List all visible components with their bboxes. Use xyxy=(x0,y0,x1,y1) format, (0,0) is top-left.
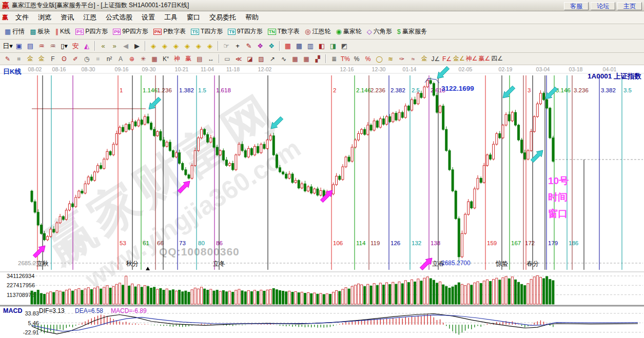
winner-wheel-button[interactable]: ◉赢家轮 xyxy=(333,27,364,36)
move-4way-icon[interactable]: ◈ xyxy=(204,41,216,51)
p9-square-button[interactable]: P99P四方形 xyxy=(110,27,151,36)
t-square-button[interactable]: TST四方形 xyxy=(188,27,225,36)
nav-last-icon[interactable]: » xyxy=(109,41,120,51)
fan-square-icon[interactable]: ▨ xyxy=(256,54,267,63)
compress-h-icon[interactable]: ◈ xyxy=(182,41,193,51)
stretch-h-icon[interactable]: ◈ xyxy=(170,41,182,51)
trend-arrow-icon[interactable]: ↗ xyxy=(267,54,278,63)
width-measure-icon[interactable]: ↔ xyxy=(205,54,217,63)
kline-button[interactable]: ∥K线 xyxy=(53,27,73,36)
measure-pen-icon[interactable]: ✎ xyxy=(243,41,255,51)
gold-band-icon[interactable]: ≋ xyxy=(385,54,396,63)
menu-item-帮助[interactable]: 帮助 xyxy=(241,12,263,23)
menu-item-江恩[interactable]: 江恩 xyxy=(79,12,101,23)
menu-item-公式选股[interactable]: 公式选股 xyxy=(101,12,137,23)
candle-style-dropdown[interactable]: ▯▾ xyxy=(58,41,70,51)
sectors-button[interactable]: ▩板块 xyxy=(27,27,52,36)
win-grid-icon[interactable]: 赢 xyxy=(183,54,194,63)
box-select-icon[interactable]: ▭ xyxy=(222,54,233,63)
purple-analysis-icon[interactable]: ❖ xyxy=(255,41,266,51)
menu-item-交易委托[interactable]: 交易委托 xyxy=(205,12,241,23)
draw-pen-icon[interactable]: ✎ xyxy=(2,54,13,63)
t9-square-button[interactable]: T99T四方形 xyxy=(225,27,265,36)
time-grid-icon[interactable]: ⌗ xyxy=(13,54,25,63)
wave-band-icon[interactable]: ≈ xyxy=(407,54,419,63)
marker-pen-icon[interactable]: ✐ xyxy=(70,54,81,63)
retrace-percent-icon[interactable]: T% xyxy=(340,54,351,63)
nav-next-icon[interactable]: ▶ xyxy=(131,41,143,51)
save-icon[interactable]: ◧ xyxy=(316,41,327,51)
home-button[interactable]: 主页 xyxy=(617,2,642,10)
shift-left-icon[interactable]: ◈ xyxy=(148,41,159,51)
small-grid-icon[interactable]: ⌗ xyxy=(92,54,104,63)
star-grid-icon[interactable]: ✳ xyxy=(138,54,149,63)
percent-icon[interactable]: % xyxy=(351,54,362,63)
f-angle-icon[interactable]: F∠ xyxy=(441,54,453,63)
menu-item-文件[interactable]: 文件 xyxy=(11,12,33,23)
percent-line-icon[interactable]: % xyxy=(362,54,374,63)
hand-tool-icon[interactable]: ☞ xyxy=(221,41,232,51)
kline-chart-canvas[interactable]: 赢家财富网www.yingjia360.comQQ:1008003601531.… xyxy=(0,65,644,338)
period-day-dropdown[interactable]: 日▾ xyxy=(2,41,13,51)
shift-right-icon[interactable]: ◈ xyxy=(159,41,170,51)
calendar-icon[interactable]: ▦ xyxy=(282,41,294,51)
t-number-table-button[interactable]: TNT数字表 xyxy=(265,27,302,36)
a-measure-icon[interactable]: A xyxy=(115,54,126,63)
ma3-chart-icon[interactable]: ♒ xyxy=(36,41,47,51)
notes-icon[interactable]: ▥ xyxy=(305,41,316,51)
god-angle-icon[interactable]: 神∠ xyxy=(465,54,478,63)
p-square-button[interactable]: PSP四方形 xyxy=(73,27,110,36)
nav-prev-icon[interactable]: ◀ xyxy=(120,41,131,51)
menu-item-工具[interactable]: 工具 xyxy=(160,12,182,23)
menu-item-资讯[interactable]: 资讯 xyxy=(56,12,79,23)
n2-tool-icon[interactable]: n² xyxy=(104,54,115,63)
fan-box-icon[interactable]: ◪ xyxy=(244,54,256,63)
hexagon-button[interactable]: ◇六角形 xyxy=(364,27,395,36)
print-icon[interactable]: ◩ xyxy=(339,41,350,51)
winner-service-button[interactable]: $赢家服务 xyxy=(395,27,430,36)
quotes-button[interactable]: ▦行情 xyxy=(2,27,27,36)
j-angle-icon[interactable]: J∠ xyxy=(430,54,441,63)
customer-service-button[interactable]: 客服 xyxy=(564,2,589,10)
gold-angle-icon[interactable]: 金∠ xyxy=(453,54,465,63)
spiral-icon[interactable]: ʘ xyxy=(58,54,70,63)
menu-item-窗口[interactable]: 窗口 xyxy=(182,12,205,23)
calculator-icon[interactable]: ▦ xyxy=(294,41,305,51)
win-angle-icon[interactable]: 赢∠ xyxy=(478,54,491,63)
gann-wheel-button[interactable]: ◎江恩轮 xyxy=(302,27,333,36)
matrix-a-icon[interactable]: ▦ xyxy=(289,54,301,63)
zigzag-icon[interactable]: ∿ xyxy=(278,54,289,63)
note-list-icon[interactable]: ▤ xyxy=(25,41,36,51)
gold-circle-icon[interactable]: ◯ xyxy=(374,54,385,63)
forum-button[interactable]: 论坛 xyxy=(591,2,615,10)
crosshair-tool-icon[interactable]: + xyxy=(232,41,243,51)
ab-brush-icon[interactable]: ✑ xyxy=(396,54,407,63)
k-quote-icon[interactable]: K“ xyxy=(160,54,171,63)
gann-pattern-icon[interactable]: 安 xyxy=(70,41,81,51)
zoom-region-icon[interactable]: ▣ xyxy=(13,41,25,51)
expand-all-icon[interactable]: ◈ xyxy=(193,41,204,51)
matrix-b-icon[interactable]: ▦ xyxy=(301,54,312,63)
nav-first-icon[interactable]: « xyxy=(97,41,109,51)
color-chart-icon[interactable]: ◭ xyxy=(81,41,92,51)
ma9-chart-icon[interactable]: ♒ xyxy=(47,41,58,51)
gold-grid-b-icon[interactable]: 金 xyxy=(36,54,47,63)
levels-icon[interactable]: ≣ xyxy=(328,54,340,63)
gold-grid-a-icon[interactable]: 金 xyxy=(25,54,36,63)
gold-bar-icon[interactable]: 金 xyxy=(419,54,430,63)
menu-item-设置[interactable]: 设置 xyxy=(137,12,160,23)
god-grid-icon[interactable]: 神 xyxy=(171,54,183,63)
box-grid-icon[interactable]: ▦ xyxy=(149,54,160,63)
hatch-icon[interactable]: ▞ xyxy=(312,54,323,63)
four-angle-icon[interactable]: 四∠ xyxy=(491,54,503,63)
share-icon[interactable]: ◨ xyxy=(327,41,339,51)
time-cycle-icon[interactable]: ◷ xyxy=(81,54,92,63)
fib-grid-icon[interactable]: F xyxy=(47,54,58,63)
p-number-table-button[interactable]: PNP数字表 xyxy=(151,27,189,36)
menu-item-浏览[interactable]: 浏览 xyxy=(33,12,56,23)
teal-analysis-icon[interactable]: ❖ xyxy=(266,41,277,51)
gann-target-icon[interactable]: ⊕ xyxy=(126,54,138,63)
fan-lines-icon[interactable]: ≪ xyxy=(233,54,244,63)
quotes-button-icon: ▦ xyxy=(5,28,11,35)
ruler-icon[interactable]: ▤ xyxy=(194,54,205,63)
